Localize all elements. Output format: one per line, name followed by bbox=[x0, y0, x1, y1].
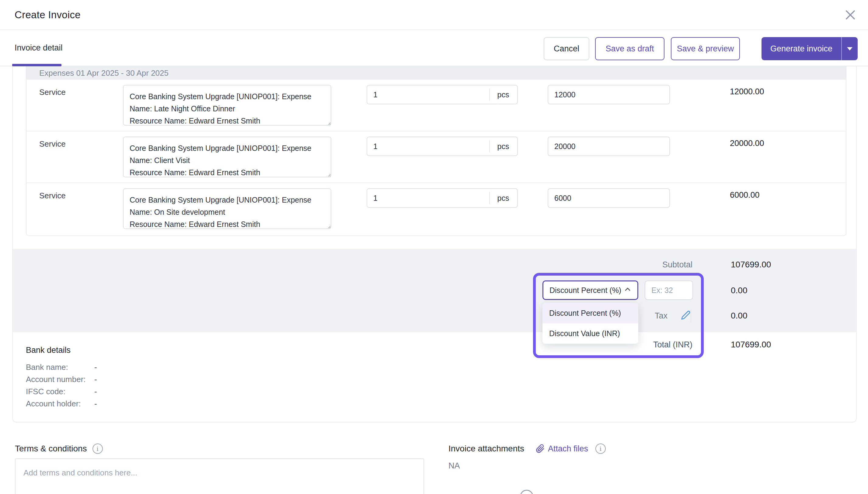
terms-textarea[interactable] bbox=[15, 458, 424, 494]
account-number-label: Account number: bbox=[26, 374, 86, 384]
ifsc-code-label: IFSC code: bbox=[26, 386, 65, 397]
discount-type-menu: Discount Percent (%) Discount Value (INR… bbox=[543, 303, 638, 344]
chevron-up-icon bbox=[623, 285, 632, 296]
paperclip-icon bbox=[536, 444, 545, 453]
edit-pencil-icon[interactable] bbox=[681, 310, 691, 321]
attach-files-label: Attach files bbox=[548, 444, 588, 454]
unit-price-input[interactable] bbox=[548, 188, 670, 208]
discount-type-dropdown[interactable]: Discount Percent (%) bbox=[543, 281, 638, 300]
generate-invoice-button[interactable]: Generate invoice bbox=[761, 37, 858, 60]
page-title: Create Invoice bbox=[15, 9, 81, 21]
discount-selector-highlight: Discount Percent (%) Tax Discount Percen… bbox=[533, 273, 704, 358]
table-row: Service Core Banking System Upgrade [UNI… bbox=[26, 80, 846, 131]
discount-value: 0.00 bbox=[731, 285, 748, 296]
unit-price-input[interactable] bbox=[548, 137, 670, 156]
menu-item-discount-value[interactable]: Discount Value (INR) bbox=[543, 323, 638, 344]
tax-edit-row: Tax bbox=[655, 309, 691, 322]
account-holder-value: - bbox=[94, 398, 97, 409]
save-as-draft-button[interactable]: Save as draft bbox=[595, 37, 664, 60]
quantity-field: pcs bbox=[366, 137, 518, 156]
generate-invoice-dropdown-toggle[interactable] bbox=[842, 47, 858, 51]
generate-invoice-label: Generate invoice bbox=[761, 44, 841, 54]
ifsc-code-value: - bbox=[94, 386, 97, 397]
attachments-header: Invoice attachments Attach files i bbox=[449, 443, 606, 454]
close-icon[interactable] bbox=[844, 8, 857, 21]
table-row: Service Core Banking System Upgrade [UNI… bbox=[26, 183, 846, 235]
cancel-label: Cancel bbox=[554, 44, 579, 54]
attach-files-link[interactable]: Attach files bbox=[536, 444, 588, 454]
quantity-input[interactable] bbox=[367, 86, 489, 104]
row-amount: 6000.00 bbox=[730, 190, 760, 200]
quantity-unit-label: pcs bbox=[489, 86, 517, 104]
item-description-input[interactable]: Core Banking System Upgrade [UNIOP001]: … bbox=[123, 137, 331, 177]
quantity-input[interactable] bbox=[367, 137, 489, 155]
discount-type-selected: Discount Percent (%) bbox=[549, 286, 621, 295]
invoice-body-card: Expenses 01 Apr 2025 - 30 Apr 2025 Servi… bbox=[12, 66, 857, 422]
attachments-heading: Invoice attachments bbox=[449, 444, 524, 454]
line-items-table: Expenses 01 Apr 2025 - 30 Apr 2025 Servi… bbox=[26, 66, 846, 236]
bank-details-heading: Bank details bbox=[26, 345, 71, 355]
account-holder-label: Account holder: bbox=[26, 398, 81, 409]
discount-amount-input[interactable] bbox=[645, 281, 693, 300]
subtotal-label: Subtotal bbox=[571, 260, 693, 270]
quantity-input[interactable] bbox=[367, 189, 489, 207]
bank-name-label: Bank name: bbox=[26, 362, 68, 372]
create-invoice-modal: Create Invoice Invoice detail Cancel Sav… bbox=[0, 0, 868, 494]
quantity-unit-label: pcs bbox=[489, 189, 517, 207]
tab-invoice-detail[interactable]: Invoice detail bbox=[15, 30, 63, 66]
expenses-section-header: Expenses 01 Apr 2025 - 30 Apr 2025 bbox=[26, 66, 846, 80]
quantity-field: pcs bbox=[366, 188, 518, 208]
active-tab-underline bbox=[12, 64, 61, 66]
info-icon[interactable]: i bbox=[93, 443, 103, 454]
table-row: Service Core Banking System Upgrade [UNI… bbox=[26, 131, 846, 183]
tax-divider bbox=[691, 309, 691, 322]
unit-price-input[interactable] bbox=[548, 85, 670, 104]
item-description-input[interactable]: Core Banking System Upgrade [UNIOP001]: … bbox=[123, 188, 331, 229]
row-amount: 20000.00 bbox=[730, 139, 764, 148]
toolbar: Invoice detail Cancel Save as draft Save… bbox=[0, 30, 868, 66]
save-draft-label: Save as draft bbox=[605, 44, 654, 54]
quantity-field: pcs bbox=[366, 85, 518, 104]
total-value: 107699.00 bbox=[731, 340, 771, 350]
account-number-value: - bbox=[94, 374, 97, 384]
item-description-input[interactable]: Core Banking System Upgrade [UNIOP001]: … bbox=[123, 85, 331, 126]
info-icon[interactable]: i bbox=[596, 443, 606, 454]
summary-band bbox=[13, 249, 856, 332]
hidden-floating-button[interactable] bbox=[520, 490, 533, 494]
bank-name-value: - bbox=[94, 362, 97, 372]
subtotal-value: 107699.00 bbox=[731, 260, 771, 270]
terms-heading: Terms & conditions bbox=[15, 444, 87, 454]
quantity-unit-label: pcs bbox=[489, 137, 517, 155]
tax-value: 0.00 bbox=[731, 310, 748, 321]
cancel-button[interactable]: Cancel bbox=[544, 37, 589, 60]
row-amount: 12000.00 bbox=[730, 87, 764, 96]
tax-label: Tax bbox=[655, 311, 667, 321]
terms-header: Terms & conditions i bbox=[15, 443, 103, 454]
caret-down-icon bbox=[847, 47, 852, 51]
tab-label: Invoice detail bbox=[15, 43, 63, 53]
expenses-period-label: Expenses 01 Apr 2025 - 30 Apr 2025 bbox=[39, 69, 169, 78]
attachments-empty-value: NA bbox=[449, 461, 460, 471]
save-preview-label: Save & preview bbox=[677, 44, 734, 54]
item-type-label: Service bbox=[39, 139, 66, 149]
item-type-label: Service bbox=[39, 191, 66, 201]
modal-header: Create Invoice bbox=[0, 0, 868, 30]
menu-item-discount-percent[interactable]: Discount Percent (%) bbox=[543, 303, 638, 323]
save-and-preview-button[interactable]: Save & preview bbox=[671, 37, 740, 60]
item-type-label: Service bbox=[39, 88, 66, 97]
